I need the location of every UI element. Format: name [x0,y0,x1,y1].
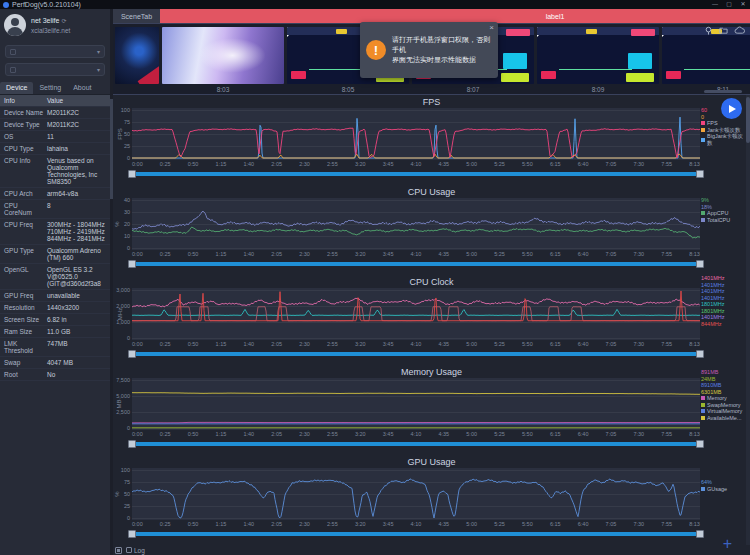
range-slider[interactable] [128,530,704,538]
x-tick-label: 0:50 [188,341,199,349]
table-row: LMK Threshold747MB [0,338,110,357]
x-tick-label: 6:40 [578,431,589,439]
x-tick-label: 7:55 [661,251,672,259]
x-tick-label: 1:40 [243,251,254,259]
x-tick-label: 2:05 [271,161,282,169]
slider-track[interactable] [128,262,704,266]
slider-track[interactable] [128,442,704,446]
table-row: RootNo [0,369,110,381]
legend-item[interactable]: GUsage [701,486,748,493]
range-slider[interactable] [128,170,704,178]
maximize-button[interactable]: ▢ [722,0,736,9]
slider-handle-right[interactable] [696,260,704,268]
x-tick-label: 6:15 [550,521,561,529]
legend-swatch [701,138,705,142]
x-tick-label: 1:40 [243,431,254,439]
y-tick-label: 1,000 [116,319,130,325]
x-tick-label: 2:30 [299,521,310,529]
chart-canvas[interactable] [132,288,700,340]
x-tick-label: 5:50 [522,251,533,259]
legend-swatch [701,403,705,407]
device-select[interactable]: ▾ [5,45,105,58]
x-tick-label: 7:30 [633,251,644,259]
cloud-icon[interactable] [734,26,745,35]
tab-setting[interactable]: Setting [33,82,67,94]
video-thumbnail[interactable]: 8:03 [162,27,284,93]
log-checkbox[interactable] [126,547,132,553]
x-tick-label: 5:25 [494,251,505,259]
close-button[interactable]: ✕ [736,0,750,9]
crosshair-plus-icon: + [723,536,732,552]
legend-swatch [701,409,705,413]
screenshot-icon[interactable] [115,547,122,554]
charts-scrollbar[interactable] [746,95,750,545]
range-slider[interactable] [128,440,704,448]
refresh-icon[interactable]: ⟳ [61,18,66,24]
slider-track[interactable] [128,352,704,356]
chart-fps: FPSFPS02550751000:000:250:501:151:402:05… [113,95,750,185]
y-tick-label: 75 [124,479,130,485]
slider-handle-right[interactable] [696,440,704,448]
thumbnail-time: 8:07 [467,86,480,93]
strip-scrollbar[interactable] [704,90,742,93]
slider-track[interactable] [128,172,704,176]
video-thumbnail[interactable] [115,27,159,93]
slider-handle-left[interactable] [128,260,136,268]
table-row: CPU Typelahaina [0,143,110,155]
app-select[interactable]: ▾ [5,63,105,76]
tab-about[interactable]: About [67,82,97,94]
chart-cpu-clock: CPU ClockMHz01,0002,0003,0000:000:250:50… [113,275,750,365]
chart-canvas[interactable] [132,108,700,160]
video-thumbnail[interactable]: 8:11 [662,27,750,93]
footer-bar: Log [113,545,750,555]
slider-handle-right[interactable] [696,170,704,178]
chart-canvas[interactable] [132,198,700,250]
range-slider[interactable] [128,350,704,358]
slider-handle-left[interactable] [128,440,136,448]
legend-item[interactable]: TotalCPU [701,217,748,224]
y-tick-label: 10 [124,233,130,239]
x-tick-label: 7:05 [606,431,617,439]
legend-item[interactable]: AvailableMe... [701,415,748,422]
toast-close-icon[interactable]: × [489,23,494,32]
range-slider[interactable] [128,260,704,268]
y-tick-label: 0 [127,245,130,251]
chart-canvas[interactable] [132,378,700,430]
slider-handle-right[interactable] [696,530,704,538]
table-header-row: InfoValue [0,95,110,107]
folder-icon[interactable] [719,26,728,35]
slider-handle-right[interactable] [696,350,704,358]
video-thumbnail[interactable]: 8:09 [537,27,659,93]
tab-device[interactable]: Device [0,82,33,94]
x-tick-label: 4:35 [438,251,449,259]
chart-cpu-usage: CPU Usage%0102030400:000:250:501:151:402… [113,185,750,275]
table-row: CPU Archarm64-v8a [0,188,110,200]
x-tick-label: 2:55 [327,521,338,529]
chart-canvas[interactable] [132,468,700,520]
pin-icon[interactable] [704,26,713,35]
slider-handle-left[interactable] [128,350,136,358]
scene-tab[interactable]: SceneTab [113,9,160,23]
x-tick-label: 4:35 [438,341,449,349]
x-tick-label: 6:15 [550,431,561,439]
x-tick-label: 0:25 [160,251,171,259]
x-tick-label: 3:45 [383,161,394,169]
slider-handle-left[interactable] [128,530,136,538]
x-tick-label: 6:15 [550,161,561,169]
x-tick-label: 4:10 [411,251,422,259]
table-row: Ram Size11.0 GB [0,326,110,338]
chart-title: GPU Usage [113,456,750,468]
play-button[interactable] [721,98,742,119]
x-tick-label: 3:45 [383,251,394,259]
legend-item[interactable]: BigJank卡顿次数 [701,133,748,146]
x-tick-label: 2:55 [327,251,338,259]
chart-title: FPS [113,96,750,108]
table-row: Swap4047 MB [0,357,110,369]
x-tick-label: 5:00 [466,161,477,169]
x-tick-label: 6:40 [578,251,589,259]
minimize-button[interactable]: — [708,0,722,9]
slider-handle-left[interactable] [128,170,136,178]
x-tick-label: 8:13 [689,521,700,529]
slider-track[interactable] [128,532,704,536]
thumbnail-time: 8:05 [342,86,355,93]
